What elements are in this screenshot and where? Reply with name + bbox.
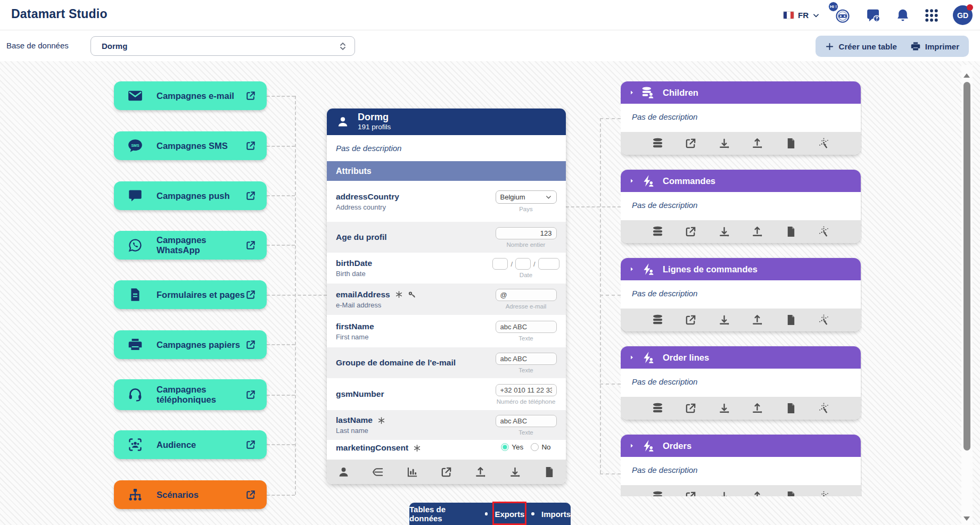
assistant-button[interactable]: Hi ! bbox=[834, 6, 852, 24]
external-link-icon[interactable] bbox=[245, 140, 256, 151]
tab-imports[interactable]: Imports bbox=[541, 510, 571, 519]
upload-icon[interactable] bbox=[751, 402, 763, 414]
card-campagnes-push[interactable]: Campagnes push bbox=[114, 181, 267, 210]
table-card-header[interactable]: Children bbox=[621, 81, 861, 104]
radio-label: No bbox=[541, 443, 550, 451]
download-icon[interactable] bbox=[718, 490, 730, 496]
junction-icon[interactable] bbox=[818, 226, 830, 238]
upload-icon[interactable] bbox=[751, 490, 763, 496]
lastname-input[interactable] bbox=[496, 415, 557, 427]
day-input[interactable] bbox=[492, 258, 508, 270]
download-icon[interactable] bbox=[718, 314, 730, 326]
document-icon[interactable] bbox=[785, 226, 797, 238]
apps-grid-button[interactable] bbox=[924, 8, 939, 23]
document-icon[interactable] bbox=[543, 466, 555, 478]
table-card-header[interactable]: Lignes de commandes bbox=[621, 258, 861, 280]
junction-icon[interactable] bbox=[818, 490, 830, 496]
scroll-down-arrow[interactable] bbox=[963, 516, 970, 521]
language-selector[interactable]: FR bbox=[783, 11, 820, 20]
external-link-icon[interactable] bbox=[245, 489, 256, 500]
scroll-up-arrow[interactable] bbox=[963, 73, 970, 78]
database-icon[interactable] bbox=[652, 226, 664, 238]
caret-right-icon[interactable] bbox=[629, 89, 635, 96]
upload-icon[interactable] bbox=[474, 466, 487, 478]
table-card-header[interactable]: Order lines bbox=[621, 346, 861, 369]
email-input[interactable] bbox=[496, 289, 557, 301]
junction-icon[interactable] bbox=[818, 314, 830, 326]
card-campagnes-papiers[interactable]: Campagnes papiers bbox=[114, 330, 267, 359]
external-link-icon[interactable] bbox=[245, 240, 256, 251]
document-icon[interactable] bbox=[785, 314, 797, 326]
external-link-icon[interactable] bbox=[685, 490, 697, 496]
database-icon[interactable] bbox=[652, 490, 664, 496]
card-audience[interactable]: Audience bbox=[114, 430, 267, 459]
external-link-icon[interactable] bbox=[245, 190, 256, 201]
chat-bubble-icon bbox=[128, 188, 143, 203]
firstname-input[interactable] bbox=[496, 321, 557, 333]
external-link-icon[interactable] bbox=[245, 389, 256, 400]
user-avatar[interactable]: GD bbox=[953, 5, 973, 25]
download-icon[interactable] bbox=[718, 226, 730, 238]
consent-yes-radio[interactable]: Yes bbox=[501, 443, 523, 451]
external-link-icon[interactable] bbox=[440, 466, 452, 478]
tab-exports[interactable]: Exports bbox=[495, 510, 524, 519]
profile-panel-header[interactable]: Dormg 191 profils bbox=[327, 109, 566, 135]
document-icon[interactable] bbox=[785, 490, 797, 496]
vertical-scrollbar[interactable] bbox=[961, 65, 973, 525]
connector-stub bbox=[267, 395, 295, 396]
domain-group-input[interactable] bbox=[496, 353, 557, 365]
external-link-icon[interactable] bbox=[245, 339, 256, 350]
bolt-person-icon bbox=[641, 262, 655, 276]
print-button[interactable]: Imprimer bbox=[911, 41, 959, 51]
database-icon[interactable] bbox=[652, 402, 664, 414]
document-icon[interactable] bbox=[785, 402, 797, 414]
database-icon[interactable] bbox=[652, 137, 664, 149]
card-campagnes-email[interactable]: Campagnes e-mail bbox=[114, 81, 267, 110]
merge-flow-icon[interactable] bbox=[372, 466, 384, 478]
upload-icon[interactable] bbox=[751, 314, 763, 326]
consent-no-radio[interactable]: No bbox=[531, 443, 550, 451]
caret-right-icon[interactable] bbox=[629, 178, 635, 184]
external-link-icon[interactable] bbox=[685, 226, 697, 238]
card-scenarios[interactable]: Scénarios bbox=[114, 480, 267, 509]
person-icon[interactable] bbox=[337, 466, 350, 478]
external-link-icon[interactable] bbox=[245, 439, 256, 450]
table-card-header[interactable]: Orders bbox=[621, 435, 861, 457]
junction-icon[interactable] bbox=[818, 402, 830, 414]
external-link-icon[interactable] bbox=[685, 137, 697, 149]
external-link-icon[interactable] bbox=[685, 314, 697, 326]
download-icon[interactable] bbox=[718, 137, 730, 149]
country-select[interactable]: Belgium bbox=[496, 190, 557, 204]
help-chat-button[interactable] bbox=[866, 7, 882, 23]
bar-chart-icon[interactable] bbox=[406, 466, 418, 478]
notifications-button[interactable] bbox=[895, 8, 910, 23]
caret-right-icon[interactable] bbox=[629, 266, 635, 272]
external-link-icon[interactable] bbox=[685, 402, 697, 414]
upload-icon[interactable] bbox=[751, 226, 763, 238]
document-icon[interactable] bbox=[785, 137, 797, 149]
tab-tables-de-donnees[interactable]: Tables de données bbox=[409, 505, 478, 523]
scrollbar-thumb[interactable] bbox=[963, 82, 970, 451]
database-icon[interactable] bbox=[652, 314, 664, 326]
junction-icon[interactable] bbox=[818, 137, 830, 149]
database-select[interactable]: Dormg bbox=[90, 36, 355, 56]
card-formulaires-pages[interactable]: Formulaires et pages bbox=[114, 280, 267, 309]
profile-description: Pas de description bbox=[327, 135, 566, 161]
external-link-icon[interactable] bbox=[245, 90, 256, 101]
gsm-input[interactable] bbox=[496, 384, 557, 396]
month-input[interactable] bbox=[515, 258, 531, 270]
table-card-header[interactable]: Commandes bbox=[621, 170, 861, 192]
download-icon[interactable] bbox=[718, 402, 730, 414]
attribute-sublabel: Address country bbox=[336, 203, 495, 211]
download-icon[interactable] bbox=[509, 466, 521, 478]
card-campagnes-sms[interactable]: SMS Campagnes SMS bbox=[114, 131, 267, 160]
caret-right-icon[interactable] bbox=[629, 443, 635, 449]
card-campagnes-whatsapp[interactable]: Campagnes WhatsApp bbox=[114, 231, 267, 260]
year-input[interactable] bbox=[538, 258, 559, 270]
age-input[interactable] bbox=[496, 227, 557, 239]
external-link-icon[interactable] bbox=[245, 289, 256, 300]
card-campagnes-telephoniques[interactable]: Campagnes téléphoniques bbox=[114, 379, 267, 410]
caret-right-icon[interactable] bbox=[629, 354, 635, 361]
upload-icon[interactable] bbox=[751, 137, 763, 149]
create-table-button[interactable]: Créer une table bbox=[825, 42, 897, 51]
